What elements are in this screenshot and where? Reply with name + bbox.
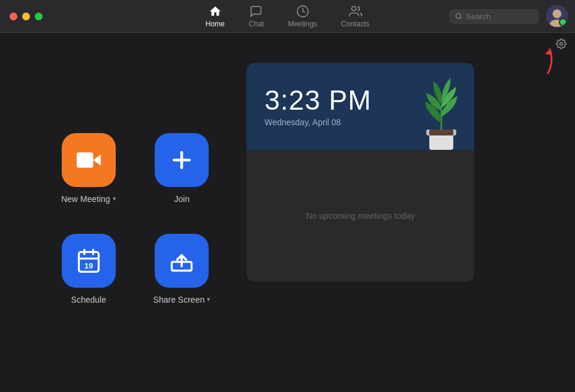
- tab-meetings[interactable]: Meetings: [288, 5, 317, 28]
- svg-point-9: [560, 43, 563, 46]
- chat-icon: [249, 5, 263, 18]
- traffic-lights: [0, 13, 43, 20]
- plus-icon: [168, 147, 195, 173]
- arrow-indicator: [527, 43, 557, 83]
- search-area: [449, 9, 539, 24]
- svg-line-3: [460, 17, 461, 19]
- schedule-item[interactable]: 19 Schedule: [60, 234, 118, 304]
- calendar-icon: 19: [76, 248, 102, 274]
- share-screen-chevron: ▾: [207, 295, 210, 303]
- tab-contacts[interactable]: Contacts: [341, 5, 369, 28]
- search-input[interactable]: [466, 12, 533, 21]
- share-screen-label: Share Screen ▾: [153, 295, 211, 304]
- share-icon: [168, 248, 195, 274]
- meetings-icon: [296, 5, 309, 18]
- join-button[interactable]: [155, 133, 209, 187]
- home-icon: [209, 5, 222, 18]
- svg-point-1: [351, 6, 356, 10]
- avatar-area: [546, 5, 568, 27]
- search-box[interactable]: [449, 9, 539, 24]
- new-meeting-label: New Meeting ▾: [61, 194, 116, 204]
- new-meeting-button[interactable]: [62, 133, 116, 187]
- new-meeting-chevron: ▾: [113, 195, 116, 203]
- tab-home[interactable]: Home: [206, 5, 225, 28]
- schedule-button[interactable]: 19: [62, 234, 116, 288]
- action-grid: New Meeting ▾ Join: [60, 57, 210, 368]
- new-meeting-item[interactable]: New Meeting ▾: [60, 133, 118, 204]
- plant-decoration: [414, 72, 468, 150]
- share-screen-item[interactable]: Share Screen ▾: [153, 234, 211, 304]
- search-icon: [455, 12, 462, 20]
- settings-gear[interactable]: [556, 38, 567, 52]
- svg-text:19: 19: [85, 261, 93, 270]
- share-screen-button[interactable]: [155, 234, 209, 288]
- no-meetings-text: No upcoming meetings today: [306, 211, 415, 221]
- schedule-label: Schedule: [71, 295, 106, 304]
- fullscreen-button[interactable]: [35, 13, 43, 20]
- tab-chat[interactable]: Chat: [249, 5, 264, 28]
- minimize-button[interactable]: [22, 13, 30, 20]
- main-content: New Meeting ▾ Join: [0, 33, 575, 392]
- svg-point-2: [456, 13, 461, 18]
- close-button[interactable]: [10, 13, 17, 20]
- meetings-section: No upcoming meetings today: [246, 150, 474, 282]
- clock-section: 3:23 PM Wednesday, April 08: [246, 63, 474, 150]
- svg-point-7: [553, 10, 561, 18]
- join-item[interactable]: Join: [153, 133, 211, 204]
- camera-icon: [76, 147, 102, 173]
- title-bar: Home Chat Meetings: [0, 0, 575, 33]
- avatar[interactable]: [546, 5, 568, 27]
- join-label: Join: [174, 194, 190, 204]
- svg-rect-11: [77, 152, 93, 168]
- contacts-icon: [349, 5, 362, 18]
- right-panel: 3:23 PM Wednesday, April 08: [246, 63, 474, 282]
